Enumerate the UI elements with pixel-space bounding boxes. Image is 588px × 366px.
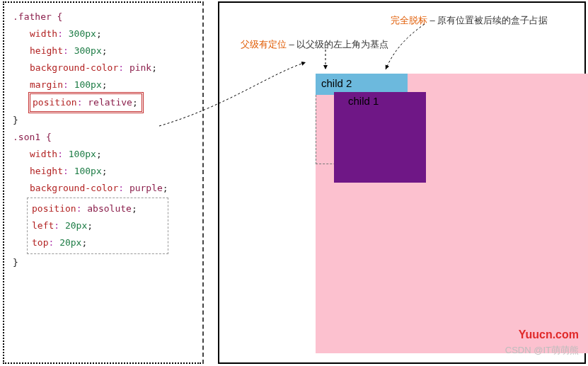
prop-width: width <box>30 28 57 39</box>
annotation-out-of-flow: 完全脱标 – 原有位置被后续的盒子占据 <box>391 14 548 27</box>
brace-close-father: } <box>13 115 18 125</box>
selector-father: .father { <box>13 11 62 22</box>
semi: ; <box>96 28 102 39</box>
code-panel: .father { width: 300px; height: 300px; b… <box>3 1 201 364</box>
val-width: 300px <box>69 28 96 39</box>
prop-bg: background-color <box>30 62 118 73</box>
colon: : <box>57 28 69 39</box>
annotation-parent-positioned: 父级有定位 – 以父级的左上角为基点 <box>241 38 388 51</box>
highlight-position-relative: position: relative; <box>30 93 142 112</box>
watermark-site: Yuucn.com <box>519 328 579 341</box>
selector-son1: .son1 { <box>13 132 52 142</box>
watermark-credit: CSDN @IT萌萌熊 <box>505 344 579 357</box>
vertical-divider <box>202 1 204 364</box>
prop-height: height <box>30 45 63 56</box>
prop-margin: margin <box>30 79 63 90</box>
brace-close-son1: } <box>13 257 18 268</box>
highlight-position-absolute-group: position: absolute; left: 20px; top: 20p… <box>27 198 168 254</box>
label-child2: child 2 <box>318 76 352 89</box>
label-child1: child 1 <box>345 93 379 107</box>
diagram-panel: 父级有定位 – 以父级的左上角为基点 完全脱标 – 原有位置被后续的盒子占据 c… <box>218 1 586 364</box>
